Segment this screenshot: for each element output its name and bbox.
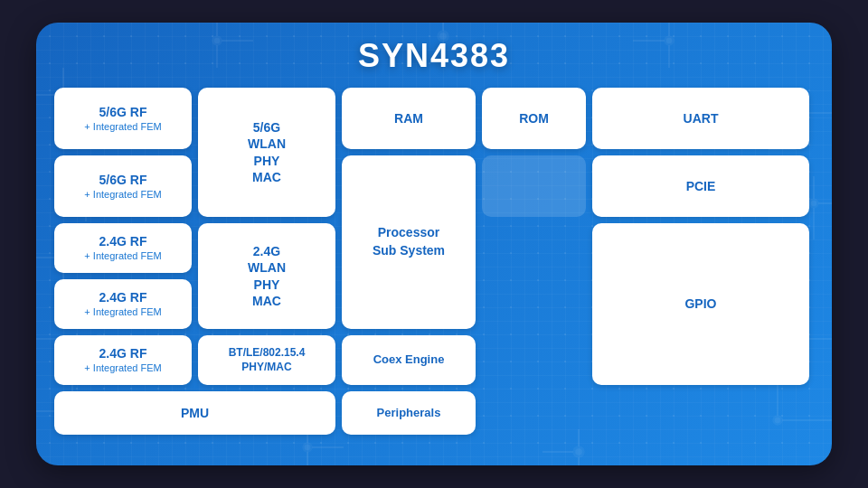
block-col4-row2 xyxy=(482,155,586,217)
block-rom: ROM xyxy=(482,88,586,149)
svg-point-66 xyxy=(573,446,584,457)
block-rf5g2: 5/6G RF + Integrated FEM xyxy=(54,155,192,217)
block-coex: Coex Engine xyxy=(342,335,476,385)
chip-grid: 5/6G RF + Integrated FEM 5/6G WLAN PHY M… xyxy=(54,88,814,435)
block-wlan5g: 5/6G WLAN PHY MAC xyxy=(198,88,335,217)
chip-title: SYN4383 xyxy=(54,37,814,75)
chip-diagram: SYN4383 5/6G RF + Integrated FEM 5/6G WL… xyxy=(36,23,832,465)
block-ram: RAM xyxy=(342,88,476,149)
block-pmu: PMU xyxy=(54,391,335,435)
block-gpio: GPIO xyxy=(592,223,809,385)
block-pcie: PCIE xyxy=(592,155,809,217)
block-proc: Processor Sub System xyxy=(342,155,476,329)
block-uart: UART xyxy=(592,88,809,149)
block-wlan24: 2.4G WLAN PHY MAC xyxy=(198,223,335,329)
block-rf24c: 2.4G RF + Integrated FEM xyxy=(54,335,192,385)
block-rf5g1: 5/6G RF + Integrated FEM xyxy=(54,88,192,149)
block-btmac: BT/LE/802.15.4 PHY/MAC xyxy=(198,335,335,385)
svg-point-67 xyxy=(576,449,581,455)
svg-point-61 xyxy=(303,443,312,452)
svg-point-62 xyxy=(306,446,310,450)
block-rf24b: 2.4G RF + Integrated FEM xyxy=(54,279,192,329)
block-peripherals: Peripherals xyxy=(342,391,476,435)
block-rf24a: 2.4G RF + Integrated FEM xyxy=(54,223,192,273)
